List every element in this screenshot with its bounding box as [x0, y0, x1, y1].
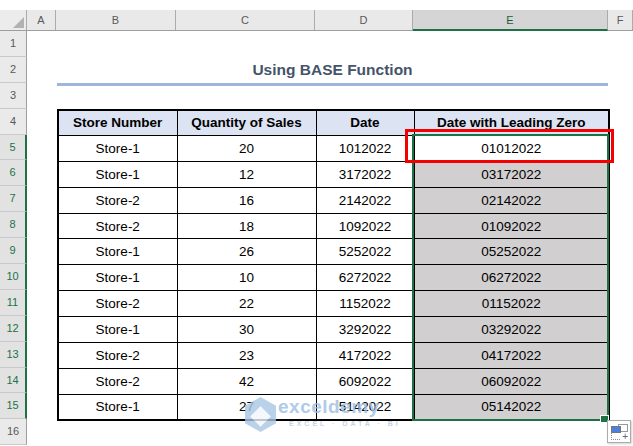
table-cell[interactable]: 16 — [177, 187, 316, 213]
table-cell[interactable]: 06272022 — [414, 265, 609, 291]
table-row: Store-130329202203292022 — [58, 317, 609, 343]
table-row: Store-126525202205252022 — [58, 239, 609, 265]
table-cell[interactable]: 2142022 — [316, 187, 414, 213]
column-header-B[interactable]: B — [56, 10, 176, 30]
table-cell[interactable]: 4172022 — [316, 343, 414, 369]
table-cell[interactable]: Store-2 — [58, 187, 177, 213]
table-cell[interactable]: 6092022 — [316, 368, 414, 394]
table-row: Store-112317202203172022 — [58, 161, 609, 187]
sheet-title-cell[interactable]: Using BASE Function — [57, 56, 608, 83]
select-all-button[interactable] — [0, 10, 27, 30]
table-cell[interactable]: Store-2 — [58, 343, 177, 369]
table-cell[interactable]: Store-2 — [58, 291, 177, 317]
table-cell[interactable]: 3172022 — [316, 161, 414, 187]
table-cell[interactable]: 6272022 — [316, 265, 414, 291]
table-cell[interactable]: Store-1 — [58, 239, 177, 265]
table-cell[interactable]: 03292022 — [414, 317, 609, 343]
data-table: Store NumberQuantity of SalesDateDate wi… — [57, 109, 610, 422]
table-cell[interactable]: 12 — [177, 161, 316, 187]
table-cell[interactable]: 42 — [177, 368, 316, 394]
table-cell[interactable]: 01092022 — [414, 213, 609, 239]
row-header-8[interactable]: 8 — [0, 212, 27, 238]
table-cell[interactable]: Store-1 — [58, 265, 177, 291]
table-cell[interactable]: 05142022 — [414, 394, 609, 420]
row-header-7[interactable]: 7 — [0, 186, 27, 212]
autofill-options-button[interactable]: + — [607, 420, 631, 443]
table-cell[interactable]: 04172022 — [414, 343, 609, 369]
row-header-strip: 12345678910111213141516 — [0, 31, 27, 446]
table-row: Store-223417202204172022 — [58, 343, 609, 369]
table-cell[interactable]: Store-1 — [58, 135, 177, 161]
table-cell[interactable]: 05252022 — [414, 239, 609, 265]
row-header-15[interactable]: 15 — [0, 393, 27, 419]
table-row: Store-242609202206092022 — [58, 368, 609, 394]
table-cell[interactable]: Store-1 — [58, 317, 177, 343]
table-row: Store-218109202201092022 — [58, 213, 609, 239]
table-cell[interactable]: 5252022 — [316, 239, 414, 265]
table-row: Store-120101202201012022 — [58, 135, 609, 161]
table-cell[interactable]: 1012022 — [316, 135, 414, 161]
row-header-6[interactable]: 6 — [0, 160, 27, 186]
table-cell[interactable]: Store-1 — [58, 161, 177, 187]
table-cell[interactable]: Store-2 — [58, 368, 177, 394]
table-cell[interactable]: 1092022 — [316, 213, 414, 239]
table-row: Store-110627202206272022 — [58, 265, 609, 291]
row-header-11[interactable]: 11 — [0, 290, 27, 316]
table-column-header[interactable]: Date — [316, 110, 414, 136]
column-header-strip: ABCDEF — [0, 10, 633, 31]
table-column-header[interactable]: Date with Leading Zero — [414, 110, 609, 136]
table-row: Store-216214202202142022 — [58, 187, 609, 213]
table-cell[interactable]: 1152022 — [316, 291, 414, 317]
row-header-14[interactable]: 14 — [0, 368, 27, 394]
table-cell[interactable]: 01152022 — [414, 291, 609, 317]
row-header-3[interactable]: 3 — [0, 83, 27, 109]
row-header-4[interactable]: 4 — [0, 109, 27, 135]
table-cell[interactable]: 3292022 — [316, 317, 414, 343]
row-header-12[interactable]: 12 — [0, 316, 27, 342]
table-cell[interactable]: Store-2 — [58, 213, 177, 239]
select-all-triangle-icon — [13, 17, 24, 28]
row-header-5[interactable]: 5 — [0, 135, 27, 161]
active-cell-E5[interactable]: 01012022 — [414, 135, 609, 161]
column-header-C[interactable]: C — [176, 10, 315, 30]
column-header-E[interactable]: E — [413, 10, 608, 31]
table-row: Store-127514202205142022 — [58, 394, 609, 420]
table-column-header[interactable]: Store Number — [58, 110, 177, 136]
table-cell[interactable]: 27 — [177, 394, 316, 420]
table-cell[interactable]: Store-1 — [58, 394, 177, 420]
table-cell[interactable]: 23 — [177, 343, 316, 369]
title-underline — [57, 83, 608, 87]
excel-worksheet: ABCDEF 12345678910111213141516 Using BAS… — [0, 0, 633, 446]
table-cell[interactable]: 10 — [177, 265, 316, 291]
row-header-16[interactable]: 16 — [0, 419, 27, 445]
table-cell[interactable]: 02142022 — [414, 187, 609, 213]
table-cell[interactable]: 22 — [177, 291, 316, 317]
table-cell[interactable]: 20 — [177, 135, 316, 161]
table-cell[interactable]: 06092022 — [414, 368, 609, 394]
table-header-row: Store NumberQuantity of SalesDateDate wi… — [58, 110, 609, 136]
column-header-F[interactable]: F — [608, 10, 633, 30]
table-cell[interactable]: 26 — [177, 239, 316, 265]
table-cell[interactable]: 5142022 — [316, 394, 414, 420]
table-row: Store-222115202201152022 — [58, 291, 609, 317]
row-header-9[interactable]: 9 — [0, 238, 27, 264]
row-header-1[interactable]: 1 — [0, 31, 27, 57]
table-cell[interactable]: 03172022 — [414, 161, 609, 187]
column-header-D[interactable]: D — [315, 10, 413, 30]
table-cell[interactable]: 18 — [177, 213, 316, 239]
table-column-header[interactable]: Quantity of Sales — [177, 110, 316, 136]
row-header-10[interactable]: 10 — [0, 264, 27, 290]
column-header-A[interactable]: A — [27, 10, 56, 30]
table-cell[interactable]: 30 — [177, 317, 316, 343]
row-header-2[interactable]: 2 — [0, 57, 27, 83]
row-header-13[interactable]: 13 — [0, 342, 27, 368]
